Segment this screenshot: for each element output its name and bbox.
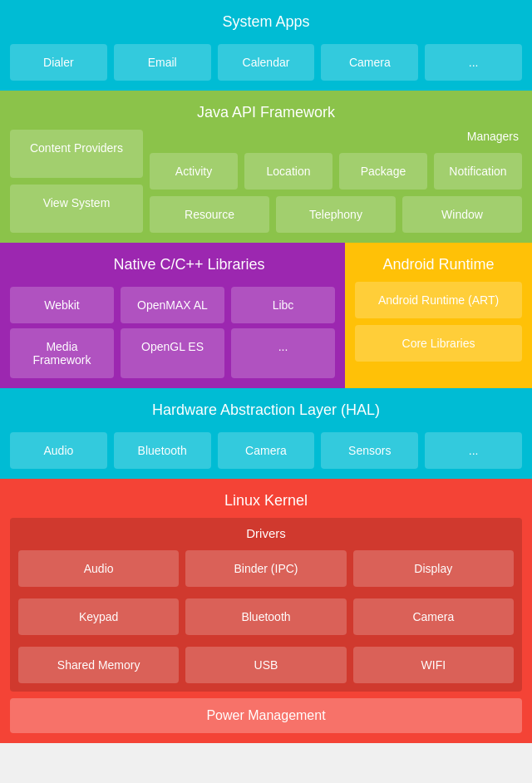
drivers-row3: Shared Memory USB WIFI (18, 647, 514, 683)
art-box: Android Runtime (ART) (355, 282, 522, 318)
list-item: Camera (353, 598, 514, 635)
native-runtime-row: Native C/C++ Libraries Webkit OpenMAX AL… (0, 243, 532, 388)
list-item: WIFI (353, 647, 514, 683)
content-providers-box: Content Providers (10, 130, 143, 178)
native-cpp-layer: Native C/C++ Libraries Webkit OpenMAX AL… (0, 243, 345, 388)
linux-kernel-layer: Linux Kernel Drivers Audio Binder (IPC) … (0, 479, 532, 743)
system-apps-title: System Apps (10, 8, 522, 39)
list-item: Location (244, 153, 332, 190)
android-runtime-title: Android Runtime (355, 251, 522, 282)
list-item: Audio (18, 550, 179, 587)
native-cpp-title: Native C/C++ Libraries (10, 251, 335, 282)
system-apps-row: Dialer Email Calendar Camera ... (10, 44, 522, 81)
list-item: ... (425, 432, 522, 469)
drivers-grid: Audio Binder (IPC) Display Keypad Blueto… (18, 545, 514, 683)
list-item: Media Framework (10, 328, 114, 378)
list-item: Keypad (18, 598, 179, 635)
list-item: ... (231, 328, 335, 378)
drivers-label: Drivers (18, 526, 514, 540)
managers-row1: Activity Location Package Notification (150, 153, 522, 190)
java-api-inner: Content Providers View System Managers A… (10, 130, 522, 233)
java-api-title: Java API Framework (10, 99, 522, 130)
list-item: Libc (231, 287, 335, 323)
list-item: OpenGL ES (121, 328, 224, 378)
list-item: Webkit (10, 287, 114, 323)
list-item: Bluetooth (114, 432, 211, 469)
list-item: ... (425, 44, 522, 81)
list-item: Camera (218, 432, 315, 469)
native-cpp-row2: Media Framework OpenGL ES ... (10, 328, 335, 378)
managers-label: Managers (150, 130, 522, 143)
drivers-row1: Audio Binder (IPC) Display (18, 550, 514, 587)
linux-kernel-title: Linux Kernel (10, 487, 522, 518)
hal-layer: Hardware Abstraction Layer (HAL) Audio B… (0, 388, 532, 479)
list-item: Activity (150, 153, 238, 190)
list-item: Camera (321, 44, 418, 81)
android-runtime-layer: Android Runtime Android Runtime (ART) Co… (345, 243, 532, 388)
native-cpp-row1: Webkit OpenMAX AL Libc (10, 287, 335, 323)
list-item: Email (114, 44, 211, 81)
list-item: Bluetooth (185, 598, 346, 635)
content-providers-col: Content Providers View System (10, 130, 143, 233)
list-item: Audio (10, 432, 107, 469)
managers-col: Managers Activity Location Package Notif… (150, 130, 522, 233)
list-item: Shared Memory (18, 647, 179, 683)
list-item: Window (402, 196, 522, 233)
list-item: Resource (150, 196, 269, 233)
view-system-box: View System (10, 185, 143, 233)
list-item: Notification (434, 153, 522, 190)
list-item: Display (353, 550, 514, 587)
list-item: Sensors (321, 432, 418, 469)
list-item: USB (185, 647, 346, 683)
list-item: OpenMAX AL (121, 287, 224, 323)
hal-title: Hardware Abstraction Layer (HAL) (10, 396, 522, 427)
list-item: Package (339, 153, 427, 190)
list-item: Binder (IPC) (185, 550, 346, 587)
java-api-layer: Java API Framework Content Providers Vie… (0, 91, 532, 243)
drivers-row2: Keypad Bluetooth Camera (18, 598, 514, 635)
managers-row2: Resource Telephony Window (150, 196, 522, 233)
list-item: Telephony (276, 196, 396, 233)
list-item: Dialer (10, 44, 107, 81)
hal-row: Audio Bluetooth Camera Sensors ... (10, 432, 522, 469)
system-apps-layer: System Apps Dialer Email Calendar Camera… (0, 0, 532, 91)
core-libraries-box: Core Libraries (355, 325, 522, 362)
list-item: Calendar (218, 44, 315, 81)
power-management-box: Power Management (10, 698, 522, 733)
drivers-inner: Drivers Audio Binder (IPC) Display Keypa… (10, 518, 522, 692)
